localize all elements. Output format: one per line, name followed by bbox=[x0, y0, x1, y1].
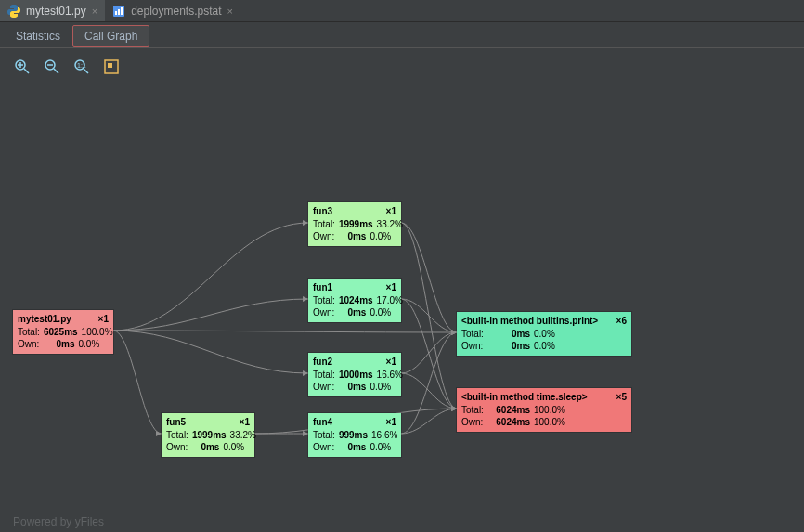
node-fun5[interactable]: fun5×1Total:1999ms33.2%Own:0ms0.0% bbox=[162, 413, 254, 457]
node-fun4[interactable]: fun4×1Total:999ms16.6%Own:0ms0.0% bbox=[308, 413, 401, 457]
file-tab-deployments[interactable]: deployments.pstat × bbox=[105, 0, 240, 21]
node-fun2[interactable]: fun2×1Total:1000ms16.6%Own:0ms0.0% bbox=[308, 353, 401, 396]
call-graph-edges bbox=[0, 85, 804, 532]
svg-rect-15 bbox=[108, 63, 112, 68]
close-icon[interactable]: × bbox=[227, 6, 233, 17]
svg-rect-3 bbox=[121, 7, 123, 15]
footer-text: Powered by yFiles bbox=[13, 515, 104, 528]
svg-text:1:1: 1:1 bbox=[77, 62, 86, 69]
tab-call-graph[interactable]: Call Graph bbox=[72, 25, 149, 47]
subtab-bar: Statistics Call Graph bbox=[0, 22, 804, 48]
node-print[interactable]: <built-in method builtins.print>×6Total:… bbox=[457, 312, 631, 356]
svg-rect-2 bbox=[118, 9, 120, 15]
node-fun1[interactable]: fun1×1Total:1024ms17.0%Own:0ms0.0% bbox=[308, 279, 401, 322]
zoom-in-icon[interactable] bbox=[13, 58, 32, 76]
pstat-icon bbox=[112, 5, 125, 18]
tab-statistics[interactable]: Statistics bbox=[4, 25, 72, 47]
zoom-out-icon[interactable] bbox=[43, 58, 61, 76]
file-tab-label: deployments.pstat bbox=[131, 5, 221, 18]
call-graph-canvas[interactable]: mytest01.py×1Total:6025ms100.0%Own:0ms0.… bbox=[0, 85, 804, 532]
toolbar: 1:1 bbox=[0, 48, 804, 85]
close-icon[interactable]: × bbox=[92, 6, 97, 17]
node-root[interactable]: mytest01.py×1Total:6025ms100.0%Own:0ms0.… bbox=[13, 310, 113, 354]
node-fun3[interactable]: fun3×1Total:1999ms33.2%Own:0ms0.0% bbox=[308, 202, 401, 246]
node-sleep[interactable]: <built-in method time.sleep>×5Total:6024… bbox=[457, 388, 631, 432]
python-icon bbox=[7, 5, 20, 18]
svg-line-9 bbox=[54, 69, 58, 73]
file-tab-label: mytest01.py bbox=[26, 5, 86, 18]
svg-line-12 bbox=[84, 69, 88, 73]
svg-line-5 bbox=[24, 69, 29, 73]
fit-selection-icon[interactable] bbox=[102, 58, 121, 76]
file-tab-mytest01[interactable]: mytest01.py × bbox=[0, 0, 105, 21]
svg-rect-1 bbox=[115, 11, 117, 15]
zoom-reset-icon[interactable]: 1:1 bbox=[72, 58, 91, 76]
file-tabbar: mytest01.py × deployments.pstat × bbox=[0, 0, 804, 22]
